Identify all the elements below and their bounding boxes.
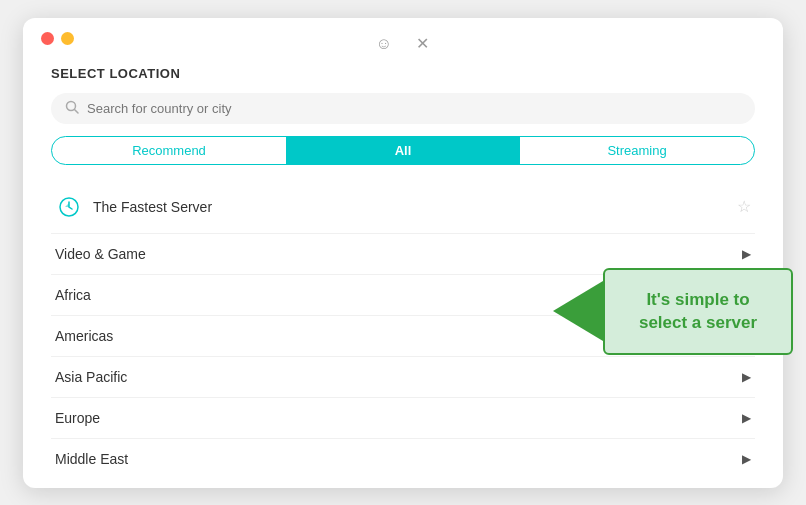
annotation-arrow (553, 281, 603, 341)
tab-all[interactable]: All (286, 137, 520, 164)
video-game-name: Video & Game (55, 246, 742, 262)
annotation-wrapper: It's simple to select a server (553, 268, 793, 356)
tab-streaming[interactable]: Streaming (520, 137, 754, 164)
section-title: SELECT LOCATION (51, 66, 755, 81)
list-item-europe[interactable]: Europe ▶ (51, 398, 755, 439)
fastest-server-icon (55, 193, 83, 221)
asia-pacific-name: Asia Pacific (55, 369, 742, 385)
app-window: ☺ ✕ SELECT LOCATION Recommend All Stream… (23, 18, 783, 488)
traffic-lights (41, 32, 74, 45)
fastest-server-name: The Fastest Server (93, 199, 737, 215)
tab-recommend[interactable]: Recommend (52, 137, 286, 164)
close-icon[interactable]: ✕ (410, 32, 434, 56)
middle-east-name: Middle East (55, 451, 742, 467)
filter-tabs: Recommend All Streaming (51, 136, 755, 165)
title-bar: ☺ ✕ (23, 18, 783, 66)
minimize-button[interactable] (61, 32, 74, 45)
arrow-icon: ▶ (742, 411, 751, 425)
arrow-icon: ▶ (742, 452, 751, 466)
arrow-icon: ▶ (742, 247, 751, 261)
search-bar[interactable] (51, 93, 755, 124)
close-button[interactable] (41, 32, 54, 45)
arrow-icon: ▶ (742, 370, 751, 384)
annotation-box: It's simple to select a server (603, 268, 793, 356)
svg-line-1 (75, 109, 79, 113)
list-item-fastest[interactable]: The Fastest Server ☆ (51, 181, 755, 234)
smiley-icon[interactable]: ☺ (372, 32, 396, 56)
search-input[interactable] (87, 101, 741, 116)
europe-name: Europe (55, 410, 742, 426)
search-icon (65, 100, 79, 117)
list-item-asia-pacific[interactable]: Asia Pacific ▶ (51, 357, 755, 398)
title-bar-actions: ☺ ✕ (372, 32, 434, 56)
star-icon[interactable]: ☆ (737, 197, 751, 216)
list-item-middle-east[interactable]: Middle East ▶ (51, 439, 755, 479)
